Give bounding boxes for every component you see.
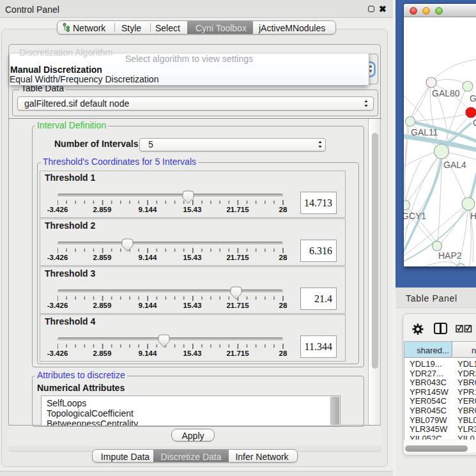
svg-text:G.: G.	[470, 93, 476, 104]
svg-text:GAL4: GAL4	[443, 160, 466, 170]
svg-text:GAL80: GAL80	[432, 88, 460, 98]
svg-text:GCY1: GCY1	[404, 211, 426, 221]
svg-text:C: C	[473, 118, 476, 128]
svg-text:HAP2: HAP2	[438, 250, 462, 261]
svg-text:H: H	[470, 211, 476, 221]
svg-text:GAL11: GAL11	[411, 127, 438, 137]
